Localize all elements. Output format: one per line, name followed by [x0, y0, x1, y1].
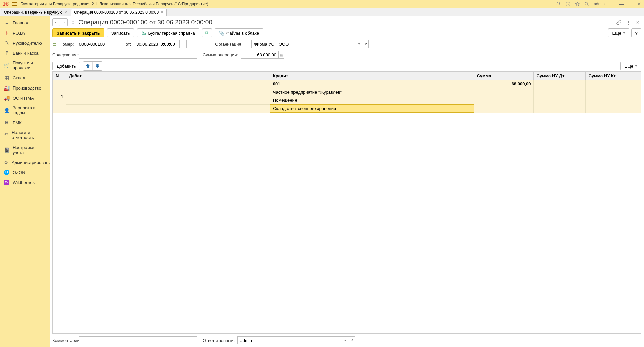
chart-icon: 〽 — [4, 40, 9, 46]
accounting-ref-button[interactable]: 🖶Бухгалтерская справка — [137, 28, 199, 37]
cell-kredit-sub2[interactable]: Помещение — [270, 96, 474, 105]
save-button[interactable]: Записать — [107, 28, 135, 37]
sidebar-item-label: ОС и НМА — [13, 96, 34, 101]
cell-debet-sub4[interactable] — [66, 104, 270, 113]
cell-kredit-sub1[interactable]: Частное предприятие "Журавлев" — [270, 88, 474, 96]
comment-input[interactable] — [79, 336, 197, 344]
cell-debet-sub3[interactable] — [66, 96, 270, 105]
sidebar-item-label: Руководителю — [13, 41, 42, 46]
sidebar-item-settings[interactable]: 📓Настройки учета — [0, 142, 50, 157]
link-icon[interactable] — [615, 19, 623, 26]
close-icon[interactable]: ✕ — [64, 10, 67, 15]
sidebar-item-salary[interactable]: 👤Зарплата и кадры — [0, 103, 50, 118]
sidebar-item-wb[interactable]: WWildberries — [0, 177, 50, 187]
add-button[interactable]: Добавить — [52, 62, 80, 70]
sidebar-item-bank[interactable]: ₽Банк и касса — [0, 48, 50, 58]
sum-input[interactable] — [241, 51, 278, 59]
cell-sum-nu-kt[interactable] — [586, 80, 641, 113]
more-button[interactable]: Еще▾ — [608, 28, 629, 37]
close-icon[interactable]: ✕ — [161, 10, 164, 14]
username-label[interactable]: admin — [594, 2, 605, 6]
chevron-down-icon[interactable]: ▾ — [356, 40, 362, 48]
move-down-button[interactable]: 🡇 — [93, 62, 102, 70]
cell-debet-account[interactable] — [66, 80, 96, 88]
sidebar-item-main[interactable]: ≡Главное — [0, 18, 50, 28]
favorite-star-icon[interactable]: ☆ — [70, 19, 76, 26]
hamburger-icon[interactable] — [12, 2, 17, 6]
move-up-button[interactable]: 🡅 — [83, 62, 93, 70]
main-area: ← → ☆ Операция 0000-000100 от 30.06.2023… — [50, 16, 644, 347]
col-kredit[interactable]: Кредит — [270, 72, 474, 80]
col-sum[interactable]: Сумма — [474, 72, 534, 80]
col-sum-nu-dt[interactable]: Сумма НУ Дт — [534, 72, 586, 80]
button-label: Записать и закрыть — [57, 31, 100, 36]
open-icon[interactable]: ↗ — [348, 336, 355, 344]
calendar-icon[interactable]: 🗓 — [179, 40, 187, 48]
cell-kredit-empty1[interactable] — [300, 80, 474, 88]
col-debet[interactable]: Дебет — [66, 72, 270, 80]
org-input[interactable] — [251, 40, 356, 48]
col-sum-nu-kt[interactable]: Сумма НУ Кт — [586, 72, 641, 80]
desc-label: Содержание: — [52, 52, 76, 57]
calculator-icon[interactable]: ▦ — [278, 51, 284, 59]
button-label: Еще — [612, 31, 621, 36]
sidebar-item-production[interactable]: 🏭Производство — [0, 83, 50, 93]
tree-button[interactable]: ⧉ — [202, 28, 212, 37]
button-label: ? — [635, 31, 637, 36]
cell-sum-nu-dt[interactable] — [534, 80, 586, 113]
tab-manual-ops[interactable]: Операции, введенные вручную ✕ — [1, 9, 70, 16]
entries-grid[interactable]: N Дебет Кредит Сумма Сумма НУ Дт Сумма Н… — [52, 71, 641, 334]
number-input[interactable] — [77, 40, 111, 48]
sidebar-item-admin[interactable]: ⚙Администрирование — [0, 157, 50, 167]
cell-sum[interactable]: 68 000,00 — [474, 80, 534, 113]
sidebar-item-ozon[interactable]: OOZON — [0, 167, 50, 177]
close-form-icon[interactable]: ✕ — [634, 19, 641, 26]
sidebar-item-label: Зарплата и кадры — [13, 105, 46, 115]
sidebar-item-sales[interactable]: 🛒Покупки и продажи — [0, 58, 50, 73]
home-icon: ≡ — [4, 20, 9, 25]
sidebar-item-os-nma[interactable]: 🚚ОС и НМА — [0, 93, 50, 103]
header-row: ← → ☆ Операция 0000-000100 от 30.06.2023… — [52, 16, 641, 28]
sidebar-item-taxes[interactable]: ᴬᵀНалоги и отчетность — [0, 128, 50, 142]
sidebar-item-stock[interactable]: ▦Склад — [0, 73, 50, 83]
files-cloud-button[interactable]: 📎Файлы в облаке — [215, 28, 263, 37]
ozon-icon: O — [4, 170, 9, 175]
sidebar-item-rmk[interactable]: 🖥РМК — [0, 118, 50, 128]
back-button[interactable]: ← — [53, 19, 60, 26]
sidebar-item-label: Wildberries — [13, 180, 35, 185]
poby-icon: ✳ — [4, 30, 9, 36]
tab-operation[interactable]: Операция 0000-000100 от 30.06.2023 0:00:… — [71, 9, 167, 16]
tabs-row: Операции, введенные вручную ✕ Операция 0… — [0, 8, 644, 16]
table-more-button[interactable]: Еще▾ — [620, 62, 641, 70]
save-close-button[interactable]: Записать и закрыть — [52, 28, 104, 37]
date-input[interactable] — [134, 40, 179, 48]
cell-kredit-account[interactable]: 001 — [270, 80, 300, 88]
star-icon[interactable] — [575, 2, 580, 6]
history-icon[interactable] — [566, 2, 570, 6]
bell-icon[interactable] — [556, 2, 561, 6]
button-label: Файлы в облаке — [226, 31, 259, 36]
sidebar-item-manager[interactable]: 〽Руководителю — [0, 38, 50, 48]
settings-icon[interactable] — [609, 2, 614, 6]
close-icon[interactable]: ✕ — [637, 1, 641, 7]
cell-debet-sub1[interactable] — [96, 80, 270, 88]
truck-icon: 🚚 — [4, 95, 9, 101]
kebab-icon[interactable]: ⋮ — [625, 19, 632, 26]
cell-n[interactable]: 1 — [53, 80, 66, 113]
help-button[interactable]: ? — [631, 28, 641, 37]
minimize-icon[interactable]: — — [619, 1, 624, 7]
cell-kredit-sub3[interactable]: Склад ответсвенного хранения — [270, 104, 474, 113]
chevron-down-icon[interactable]: ▾ — [342, 336, 348, 344]
open-icon[interactable]: ↗ — [362, 40, 369, 48]
wildberries-icon: W — [4, 180, 9, 185]
cell-debet-sub2[interactable] — [66, 88, 270, 96]
table-row[interactable]: 1 001 68 000,00 — [53, 80, 641, 88]
search-icon[interactable] — [584, 2, 589, 6]
forward-button[interactable]: → — [60, 19, 67, 26]
sidebar-item-label: Администрирование — [12, 160, 53, 165]
resp-input[interactable] — [237, 336, 342, 344]
col-n[interactable]: N — [53, 72, 66, 80]
maximize-icon[interactable]: ▢ — [628, 1, 633, 7]
desc-input[interactable] — [79, 51, 197, 59]
sidebar-item-poby[interactable]: ✳РО.BY — [0, 28, 50, 38]
